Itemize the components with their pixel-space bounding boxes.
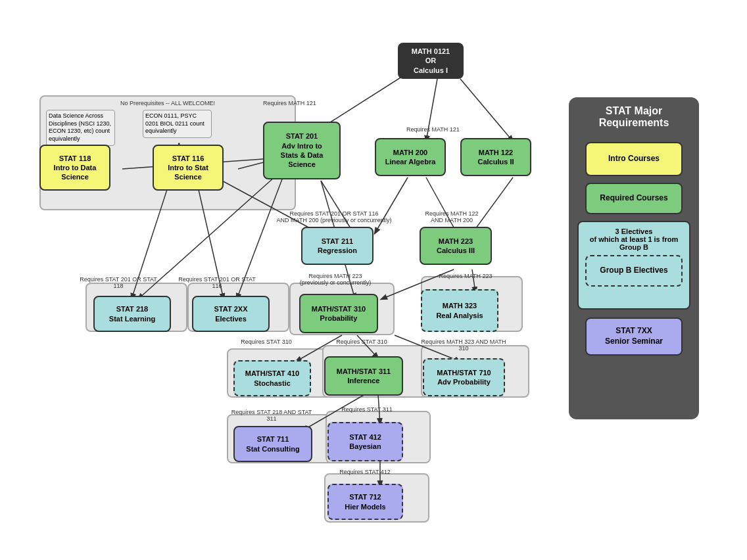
econ-note: ECON 0111, PSYC 0201 BIOL 0211 count equ… bbox=[143, 110, 212, 138]
legend-intro: Intro Courses bbox=[585, 142, 683, 176]
req-323-310-label: Requires MATH 323 AND MATH 310 bbox=[418, 338, 510, 352]
legend-required: Required Courses bbox=[585, 183, 683, 214]
node-stat211: STAT 211Regression bbox=[301, 227, 374, 265]
svg-line-5 bbox=[321, 181, 354, 233]
req-310-b-label: Requires STAT 310 bbox=[325, 338, 398, 345]
node-stat412: STAT 412Bayesian bbox=[327, 422, 403, 461]
node-mathstat410: MATH/STAT 410Stochastic bbox=[233, 360, 311, 396]
node-stat218: STAT 218Stat Learning bbox=[93, 296, 171, 332]
legend-electives-box: 3 Electivesof which at least 1 is fromGr… bbox=[577, 221, 690, 310]
req-310-a-label: Requires STAT 310 bbox=[227, 338, 306, 345]
svg-line-7 bbox=[472, 177, 513, 233]
req-218-311-label: Requires STAT 218 AND STAT 311 bbox=[229, 409, 314, 422]
main-container: No Prerequisites -- ALL WELCOME! Data Sc… bbox=[0, 0, 747, 560]
svg-line-1 bbox=[460, 79, 513, 141]
node-stat2xx: STAT 2XXElectives bbox=[192, 296, 270, 332]
prereq-label: No Prerequisites -- ALL WELCOME! bbox=[120, 100, 215, 106]
node-math323: MATH 323Real Analysis bbox=[421, 289, 498, 332]
req-223-prev-label: Requires MATH 223(previously or concurre… bbox=[289, 273, 381, 286]
node-mathstat310: MATH/STAT 310Probability bbox=[299, 294, 378, 333]
req-201-118-label: Requires STAT 201 OR STAT 118 bbox=[79, 276, 158, 289]
node-stat712: STAT 712Hier Models bbox=[327, 484, 403, 520]
node-mathstat311: MATH/STAT 311Inference bbox=[324, 356, 403, 396]
nsci-note: Data Science Across Disciplines (NSCI 12… bbox=[46, 110, 115, 146]
node-stat711: STAT 711Stat Consulting bbox=[233, 426, 312, 462]
req-math121-label: Requires MATH 121 bbox=[263, 100, 316, 106]
req-223-label: Requires MATH 223 bbox=[426, 273, 505, 279]
node-mathstat710: MATH/STAT 710Adv Probability bbox=[423, 358, 505, 396]
node-math122: MATH 122Calculus II bbox=[460, 138, 531, 176]
node-math223: MATH 223Calculus III bbox=[420, 227, 492, 265]
svg-line-8 bbox=[426, 177, 457, 233]
legend-box: STAT MajorRequirements Intro Courses Req… bbox=[569, 97, 699, 419]
req-201-116-200-label: Requires STAT 201 OR STAT 116AND MATH 20… bbox=[268, 210, 400, 223]
node-math200: MATH 200Linear Algebra bbox=[375, 138, 446, 176]
legend-stat7xx: STAT 7XXSenior Seminar bbox=[585, 317, 683, 356]
node-stat118: STAT 118Intro to DataScience bbox=[39, 145, 110, 191]
req-122-200-label: Requires MATH 122AND MATH 200 bbox=[402, 210, 501, 223]
req-math121-label2: Requires MATH 121 bbox=[406, 126, 460, 133]
legend-title: STAT MajorRequirements bbox=[569, 97, 699, 134]
svg-line-6 bbox=[375, 177, 408, 233]
node-stat116: STAT 116Intro to StatScience bbox=[153, 145, 224, 191]
node-calc1: MATH 0121 OR Calculus I bbox=[398, 43, 464, 79]
legend-group-b: Group B Electives bbox=[585, 255, 683, 287]
req-201-116-label: Requires STAT 201 OR STAT 116 bbox=[178, 276, 256, 289]
req-412-label: Requires STAT 412 bbox=[332, 469, 398, 475]
req-311-label: Requires STAT 311 bbox=[334, 406, 400, 413]
node-stat201: STAT 201Adv Intro toStats & DataScience bbox=[263, 122, 341, 179]
